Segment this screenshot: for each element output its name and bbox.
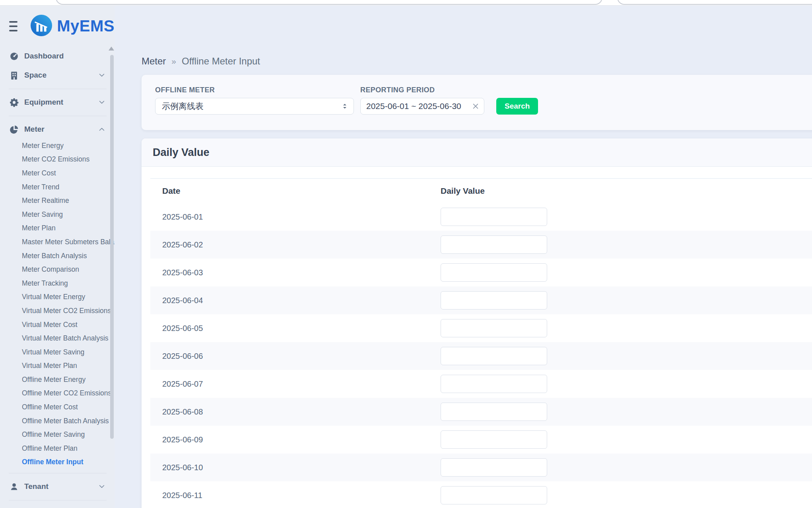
daily-value-panel: Daily Value Date Daily Value 2025-06-01 … — [142, 138, 812, 508]
gauge-icon — [9, 51, 19, 61]
select-caret-icon — [342, 102, 348, 110]
daily-value-input[interactable] — [441, 319, 547, 337]
row-date: 2025-06-02 — [150, 240, 441, 249]
sidebar-divider — [9, 473, 107, 473]
daily-value-input[interactable] — [441, 208, 547, 226]
table-row: 2025-06-03 — [150, 259, 812, 286]
offline-meter-selected-value: 示例离线表 — [162, 101, 204, 112]
row-date: 2025-06-10 — [150, 463, 441, 472]
sidebar-item-offline-meter-batch-analysis[interactable]: Offline Meter Batch Analysis — [0, 414, 115, 428]
row-date: 2025-06-03 — [150, 268, 441, 277]
chevron-down-icon — [99, 72, 105, 78]
sidebar-item-offline-meter-cost[interactable]: Offline Meter Cost — [0, 400, 115, 414]
clear-dates-icon[interactable] — [472, 103, 479, 110]
panel-title: Daily Value — [153, 146, 210, 159]
breadcrumb-meter[interactable]: Meter — [142, 56, 166, 67]
column-header-date: Date — [150, 186, 441, 196]
sidebar-header: MyEMS — [0, 6, 115, 47]
sidebar-item-meter-batch-analysis[interactable]: Meter Batch Analysis — [0, 249, 115, 263]
sidebar-item-virtual-meter-energy[interactable]: Virtual Meter Energy — [0, 290, 115, 304]
reporting-period-label: REPORTING PERIOD — [360, 86, 538, 94]
sidebar-item-tenant[interactable]: Tenant — [0, 477, 115, 496]
sidebar-item-space[interactable]: Space — [0, 66, 115, 85]
sidebar-item-dashboard[interactable]: Dashboard — [0, 47, 115, 66]
sidebar-item-meter-saving[interactable]: Meter Saving — [0, 208, 115, 222]
reporting-period-value: 2025-06-01 ~ 2025-06-30 — [366, 101, 461, 111]
pie-chart-icon — [9, 125, 19, 134]
row-date: 2025-06-01 — [150, 212, 441, 222]
search-button[interactable]: Search — [496, 98, 538, 115]
offline-meter-select[interactable]: 示例离线表 — [155, 98, 354, 115]
sidebar-item-virtual-meter-cost[interactable]: Virtual Meter Cost — [0, 318, 115, 332]
table-row: 2025-06-04 — [150, 286, 812, 314]
daily-value-input[interactable] — [441, 403, 547, 421]
table-header-row: Date Daily Value — [150, 178, 812, 203]
row-date: 2025-06-04 — [150, 296, 441, 305]
table-row: 2025-06-11 — [150, 481, 812, 508]
chevron-down-icon — [99, 99, 105, 105]
sidebar-item-virtual-meter-batch-analysis[interactable]: Virtual Meter Batch Analysis — [0, 331, 115, 345]
sidebar-item-offline-meter-energy[interactable]: Offline Meter Energy — [0, 373, 115, 387]
sidebar-item-offline-meter-plan[interactable]: Offline Meter Plan — [0, 442, 115, 455]
panel-body: Date Daily Value 2025-06-01 2025-06-02 2… — [142, 167, 812, 508]
app-root: MyEMS Dashboard Space — [0, 0, 812, 508]
row-date: 2025-06-11 — [150, 491, 441, 500]
table-row: 2025-06-09 — [150, 426, 812, 454]
sidebar-scrollbar[interactable] — [110, 55, 114, 439]
sidebar-item-offline-meter-saving[interactable]: Offline Meter Saving — [0, 428, 115, 442]
sidebar-divider — [9, 116, 107, 116]
row-date: 2025-06-07 — [150, 380, 441, 389]
brand-logo[interactable]: MyEMS — [31, 15, 115, 38]
sidebar-item-label: Meter — [24, 125, 45, 134]
sidebar-item-meter-realtime[interactable]: Meter Realtime — [0, 194, 115, 208]
top-toolbar-remnant — [617, 0, 812, 5]
sidebar-item-meter-plan[interactable]: Meter Plan — [0, 222, 115, 236]
daily-value-input[interactable] — [441, 458, 547, 477]
sidebar-item-label: Dashboard — [24, 52, 64, 60]
sidebar-item-equipment[interactable]: Equipment — [0, 93, 115, 112]
daily-value-input[interactable] — [441, 263, 547, 282]
sidebar-nav: Dashboard Space Equipment — [0, 47, 115, 500]
daily-value-input[interactable] — [441, 236, 547, 254]
sidebar-item-virtual-meter-co2-emissions[interactable]: Virtual Meter CO2 Emissions — [0, 304, 115, 318]
daily-value-input[interactable] — [441, 291, 547, 309]
table-row: 2025-06-05 — [150, 314, 812, 342]
sidebar: MyEMS Dashboard Space — [0, 6, 115, 508]
table-row: 2025-06-07 — [150, 370, 812, 398]
breadcrumb-separator: » — [171, 56, 176, 66]
sidebar-item-meter[interactable]: Meter — [0, 120, 115, 139]
reporting-period-input[interactable]: 2025-06-01 ~ 2025-06-30 — [360, 98, 484, 115]
row-date: 2025-06-09 — [150, 435, 441, 444]
sidebar-item-meter-cost[interactable]: Meter Cost — [0, 166, 115, 180]
sidebar-item-virtual-meter-plan[interactable]: Virtual Meter Plan — [0, 359, 115, 373]
sidebar-scroll-up-arrow[interactable] — [109, 47, 114, 51]
sidebar-item-meter-comparison[interactable]: Meter Comparison — [0, 263, 115, 276]
column-header-daily-value: Daily Value — [441, 186, 812, 196]
sidebar-item-meter-co2-emissions[interactable]: Meter CO2 Emissions — [0, 153, 115, 167]
table-row: 2025-06-01 — [150, 203, 812, 231]
filter-toolbar: OFFLINE METER 示例离线表 REPORTING PERIOD 202… — [142, 75, 812, 130]
myems-logo-icon — [31, 15, 52, 38]
brand-name: MyEMS — [57, 17, 115, 35]
sidebar-divider — [9, 89, 107, 89]
building-icon — [9, 70, 19, 80]
breadcrumb: Meter » Offline Meter Input — [142, 56, 260, 67]
sidebar-item-offline-meter-input[interactable]: Offline Meter Input — [0, 455, 115, 469]
sidebar-item-label: Tenant — [24, 482, 49, 491]
sidebar-item-meter-tracking[interactable]: Meter Tracking — [0, 276, 115, 290]
daily-value-input[interactable] — [441, 347, 547, 365]
top-navbar-remnant — [0, 0, 812, 6]
table-row: 2025-06-06 — [150, 342, 812, 370]
sidebar-item-offline-meter-co2-emissions[interactable]: Offline Meter CO2 Emissions — [0, 387, 115, 401]
sidebar-item-meter-energy[interactable]: Meter Energy — [0, 139, 115, 153]
offline-meter-field-group: OFFLINE METER 示例离线表 — [155, 86, 354, 130]
sidebar-item-meter-trend[interactable]: Meter Trend — [0, 180, 115, 194]
daily-value-input[interactable] — [441, 486, 547, 504]
sidebar-item-master-meter-submeters-balance[interactable]: Master Meter Submeters Balance — [0, 235, 115, 249]
top-search-bar-remnant — [56, 0, 602, 5]
sidebar-item-virtual-meter-saving[interactable]: Virtual Meter Saving — [0, 345, 115, 359]
chevron-up-icon — [99, 126, 105, 132]
hamburger-menu-icon[interactable] — [9, 21, 17, 31]
daily-value-input[interactable] — [441, 375, 547, 393]
daily-value-input[interactable] — [441, 430, 547, 449]
